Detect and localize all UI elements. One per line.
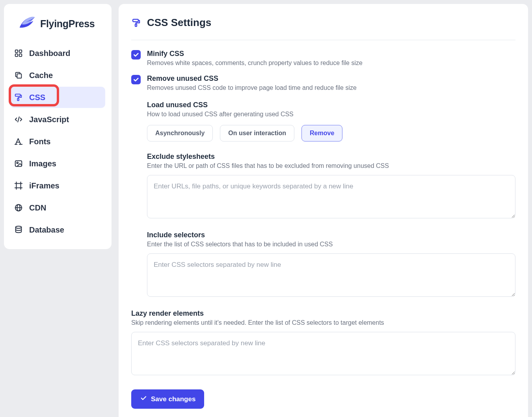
setting-desc: Removes unused CSS code to improve page … [147, 84, 515, 91]
sidebar-item-label: Fonts [29, 137, 50, 146]
load-unused-css-block: Load unused CSS How to load unused CSS a… [147, 101, 515, 141]
svg-point-20 [16, 226, 22, 229]
svg-rect-5 [15, 94, 20, 97]
brand-logo-icon [18, 15, 35, 32]
sidebar-item-database[interactable]: Database [10, 219, 105, 240]
copy-icon [13, 70, 24, 80]
svg-rect-11 [15, 161, 22, 167]
sidebar-nav: Dashboard Cache CSS JavaScript [4, 43, 112, 240]
save-changes-button[interactable]: Save changes [131, 389, 204, 409]
font-icon [13, 136, 24, 147]
sidebar-item-images[interactable]: Images [10, 153, 105, 174]
brand: FlyingPress [4, 15, 112, 43]
remove-unused-sub: Load unused CSS How to load unused CSS a… [131, 101, 515, 298]
setting-title: Minify CSS [147, 50, 515, 58]
app-root: FlyingPress Dashboard Cache CSS [0, 0, 532, 417]
exclude-stylesheets-block: Exclude stylesheets Enter the URL or pat… [147, 153, 515, 220]
sidebar-item-dashboard[interactable]: Dashboard [10, 43, 105, 64]
sidebar-item-label: Cache [29, 71, 53, 80]
dashboard-icon [13, 48, 24, 58]
svg-rect-22 [135, 24, 137, 26]
main-panel: CSS Settings Minify CSS Removes white sp… [119, 4, 528, 417]
content: Minify CSS Removes white spaces, comment… [131, 40, 515, 409]
setting-title: Remove unused CSS [147, 74, 515, 83]
code-icon [13, 114, 24, 125]
option-asynchronously[interactable]: Asynchronously [147, 125, 213, 141]
brand-name: FlyingPress [40, 18, 95, 30]
frame-icon [13, 181, 24, 191]
svg-rect-4 [17, 74, 21, 78]
svg-point-12 [17, 162, 18, 164]
sub-desc: Enter the URL or path of CSS files that … [147, 162, 515, 169]
sidebar-item-label: CDN [29, 203, 46, 212]
sidebar-item-iframes[interactable]: iFrames [10, 175, 105, 196]
check-icon [140, 395, 147, 404]
load-unused-options: Asynchronously On user interaction Remov… [147, 125, 515, 141]
sub-title: Lazy render elements [131, 309, 515, 318]
exclude-stylesheets-input[interactable] [147, 175, 515, 218]
sidebar-item-label: Dashboard [29, 49, 70, 58]
sub-title: Exclude stylesheets [147, 153, 515, 161]
svg-rect-6 [17, 99, 19, 101]
paint-roller-icon [131, 18, 141, 28]
svg-rect-21 [133, 19, 138, 22]
svg-rect-3 [19, 54, 22, 56]
svg-rect-0 [15, 50, 18, 52]
sub-title: Include selectors [147, 231, 515, 239]
globe-icon [13, 203, 24, 213]
sidebar-item-javascript[interactable]: JavaScript [10, 109, 105, 130]
setting-minify-css: Minify CSS Removes white spaces, comment… [131, 50, 515, 67]
lazy-render-block: Lazy render elements Skip rendering elem… [131, 309, 515, 377]
sidebar-item-label: CSS [29, 93, 45, 102]
sidebar-item-label: Images [29, 159, 56, 168]
checkbox-minify-css[interactable] [131, 50, 141, 60]
image-icon [13, 158, 24, 169]
setting-remove-unused-css: Remove unused CSS Removes unused CSS cod… [131, 74, 515, 91]
svg-rect-1 [19, 50, 22, 52]
checkbox-remove-unused-css[interactable] [131, 75, 141, 84]
include-selectors-block: Include selectors Enter the list of CSS … [147, 231, 515, 298]
page-title: CSS Settings [147, 17, 211, 29]
sidebar-item-label: iFrames [29, 181, 60, 190]
database-icon [13, 225, 24, 235]
lazy-render-input[interactable] [131, 332, 515, 375]
setting-desc: Removes white spaces, comments, crunch p… [147, 60, 515, 67]
panel-header: CSS Settings [131, 17, 515, 40]
sidebar-item-fonts[interactable]: Fonts [10, 131, 105, 152]
sidebar-item-label: Database [29, 225, 64, 235]
option-on-user-interaction[interactable]: On user interaction [220, 125, 294, 141]
sub-title: Load unused CSS [147, 101, 515, 109]
sidebar: FlyingPress Dashboard Cache CSS [4, 4, 112, 249]
sidebar-item-cache[interactable]: Cache [10, 65, 105, 86]
paint-roller-icon [13, 92, 24, 102]
sidebar-item-label: JavaScript [29, 115, 69, 124]
sidebar-item-cdn[interactable]: CDN [10, 197, 105, 218]
sub-desc: Enter the list of CSS selectors that has… [147, 241, 515, 248]
save-button-label: Save changes [151, 395, 195, 403]
sub-desc: How to load unused CSS after generating … [147, 111, 515, 118]
sub-desc: Skip rendering elements until it's neede… [131, 319, 515, 326]
include-selectors-input[interactable] [147, 253, 515, 297]
option-remove[interactable]: Remove [301, 125, 342, 141]
sidebar-item-css[interactable]: CSS [10, 87, 105, 108]
svg-rect-2 [15, 54, 18, 56]
svg-line-7 [18, 117, 19, 122]
